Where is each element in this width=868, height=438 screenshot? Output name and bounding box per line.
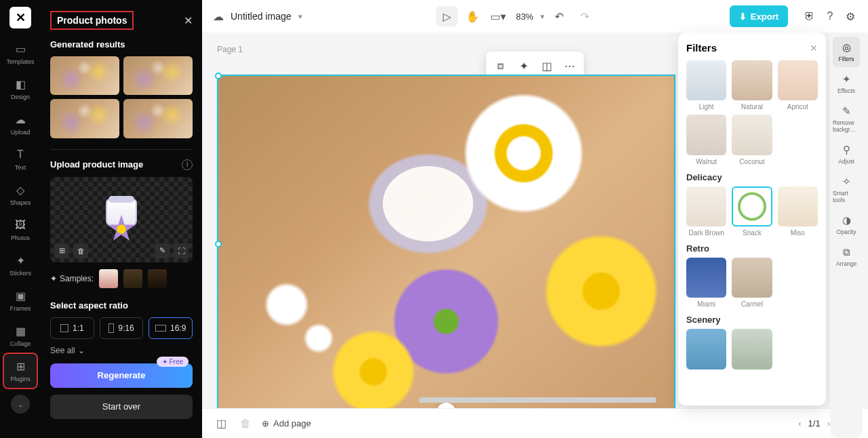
result-thumb-4[interactable] <box>123 99 193 138</box>
sample-thumb-2[interactable] <box>123 269 142 288</box>
filter-apricot[interactable]: Apricot <box>778 60 818 111</box>
upload-title: Upload product image <box>50 159 143 170</box>
rr-effects[interactable]: ✦Effects <box>833 68 860 99</box>
plugins-icon: ⊞ <box>14 359 27 373</box>
arrange-icon: ⧉ <box>840 246 852 258</box>
rail-shapes[interactable]: ◇Shapes <box>4 178 37 212</box>
rr-opacity[interactable]: ◑Opacity <box>833 210 860 240</box>
top-bar: ☁ Untitled image ▾ ▷ ✋ ▭▾ 83% ▾ ↶ ↷ ⬇Exp… <box>202 0 868 33</box>
rail-more[interactable]: ⌄ <box>11 395 30 414</box>
left-rail: ✕ ▭Templates ◧Design ☁Upload TText ◇Shap… <box>0 0 41 438</box>
rail-upload[interactable]: ☁Upload <box>4 107 37 141</box>
crop-icon[interactable]: ⧈ <box>490 56 511 76</box>
aspect-9-16[interactable]: 9:16 <box>100 317 144 339</box>
filter-scenery-2[interactable] <box>732 329 772 369</box>
prev-page-icon[interactable]: ‹ <box>798 418 801 429</box>
settings-icon[interactable]: ⚙ <box>844 9 857 23</box>
add-page-button[interactable]: ⊕Add page <box>262 418 311 429</box>
start-over-button[interactable]: Start over <box>50 395 193 419</box>
export-button[interactable]: ⬇Export <box>730 5 788 27</box>
preview-grid-icon[interactable]: ⊞ <box>54 243 69 258</box>
chevron-down-icon: ⌄ <box>78 346 85 355</box>
preview-expand-icon[interactable]: ⛶ <box>174 243 189 258</box>
sample-thumb-3[interactable] <box>148 269 167 288</box>
bottom-bar: ◫ 🗑 ⊕Add page ‹ 1/1 › 🔒 <box>202 408 868 438</box>
help-icon[interactable]: ? <box>823 9 837 23</box>
free-badge: ✦ Free <box>157 357 189 367</box>
redo-button[interactable]: ↷ <box>574 6 596 26</box>
filter-dark-brown[interactable]: Dark Brown <box>686 186 726 237</box>
sample-thumb-1[interactable] <box>99 269 118 288</box>
aspect-16-9[interactable]: 16:9 <box>149 317 193 339</box>
rail-collage[interactable]: ▦Collage <box>4 319 37 353</box>
upload-preview[interactable]: ⊞ 🗑 ✎ ⛶ <box>50 177 193 262</box>
layers-icon[interactable]: ◫ <box>536 56 557 76</box>
title-chevron-icon[interactable]: ▾ <box>298 12 302 21</box>
resize-tool[interactable]: ▭▾ <box>488 6 509 26</box>
trash-icon[interactable]: 🗑 <box>237 418 254 430</box>
filter-scenery-1[interactable] <box>686 329 726 369</box>
filter-miso[interactable]: Miso <box>778 186 818 237</box>
hand-tool[interactable]: ✋ <box>462 6 484 26</box>
resize-handle[interactable] <box>215 73 222 79</box>
undo-button[interactable]: ↶ <box>549 6 570 26</box>
filter-carmel[interactable]: Carmel <box>732 258 772 308</box>
rail-text[interactable]: TText <box>4 142 37 176</box>
product-image <box>98 196 145 243</box>
info-icon[interactable]: i <box>182 159 193 170</box>
filter-category-retro: Retro <box>686 243 818 254</box>
rail-templates[interactable]: ▭Templates <box>4 37 37 71</box>
adjust-icon: ⚲ <box>840 144 852 156</box>
aspect-1-1[interactable]: 1:1 <box>50 317 94 339</box>
cloud-icon[interactable]: ☁ <box>213 10 224 23</box>
result-thumb-2[interactable] <box>123 56 193 95</box>
rail-photos[interactable]: 🖼Photos <box>4 213 37 247</box>
shield-icon[interactable]: ⛨ <box>803 9 816 23</box>
result-thumb-1[interactable] <box>50 56 119 95</box>
export-icon: ⬇ <box>739 12 747 22</box>
filter-walnut[interactable]: Walnut <box>686 115 726 165</box>
rr-remove-bg[interactable]: ✎Remove backgr… <box>833 100 860 138</box>
filter-category-scenery: Scenery <box>686 315 818 325</box>
result-thumb-3[interactable] <box>50 99 119 138</box>
rr-adjust[interactable]: ⚲Adjust <box>833 139 860 170</box>
rr-smart-tools[interactable]: ✧Smart tools <box>833 171 860 208</box>
filters-close[interactable]: ✕ <box>810 43 818 54</box>
more-icon[interactable]: ⋯ <box>559 56 580 76</box>
preview-edit-icon[interactable]: ✎ <box>155 243 170 258</box>
filter-light[interactable]: Light <box>686 60 726 111</box>
document-title[interactable]: Untitled image <box>231 11 292 22</box>
frames-icon: ▣ <box>14 289 27 302</box>
filter-snack[interactable]: Snack <box>732 186 772 237</box>
regenerate-button[interactable]: Regenerate <box>50 363 193 388</box>
see-all-button[interactable]: See all ⌄ <box>50 346 193 355</box>
rail-frames[interactable]: ▣Frames <box>4 283 37 317</box>
right-rail: ◎Filters ✦Effects ✎Remove backgr… ⚲Adjus… <box>830 33 863 438</box>
canvas-selection[interactable]: ↻ <box>217 75 675 408</box>
refresh-icon[interactable]: ↻ <box>437 403 456 408</box>
collage-icon: ▦ <box>14 324 27 338</box>
filter-natural[interactable]: Natural <box>732 60 772 111</box>
filter-miami[interactable]: Miami <box>686 258 726 308</box>
preview-trash-icon[interactable]: 🗑 <box>73 243 88 258</box>
rail-design[interactable]: ◧Design <box>4 72 37 106</box>
filter-coconut[interactable]: Coconut <box>732 115 772 165</box>
rail-plugins[interactable]: ⊞Plugins <box>4 354 37 388</box>
eraser-icon: ✎ <box>840 105 852 117</box>
rr-filters[interactable]: ◎Filters <box>833 37 860 67</box>
rr-arrange[interactable]: ⧉Arrange <box>833 241 860 272</box>
shapes-icon: ◇ <box>14 183 27 197</box>
zoom-value[interactable]: 83% <box>513 12 536 22</box>
panel-title: Product photos <box>50 11 134 30</box>
resize-handle[interactable] <box>215 241 222 247</box>
rail-stickers[interactable]: ✦Stickers <box>4 248 37 282</box>
zoom-chevron-icon[interactable]: ▾ <box>540 12 545 21</box>
pointer-tool[interactable]: ▷ <box>436 6 458 26</box>
panel-close[interactable]: ✕ <box>184 14 193 27</box>
app-logo[interactable]: ✕ <box>9 7 31 28</box>
pages-icon[interactable]: ◫ <box>213 417 229 430</box>
effects-icon[interactable]: ✦ <box>513 56 534 76</box>
stickers-icon: ✦ <box>14 254 27 267</box>
smart-icon: ✧ <box>840 176 852 188</box>
horizontal-scrollbar[interactable] <box>419 397 656 403</box>
